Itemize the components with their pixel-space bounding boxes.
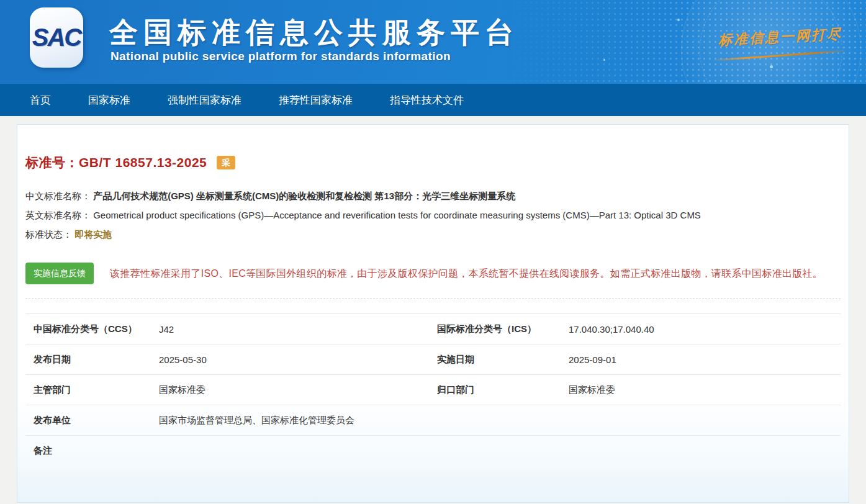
standard-number-row: 标准号： GB/T 16857.13-2025 采	[25, 125, 841, 171]
copyright-notice: 实施信息反馈 该推荐性标准采用了ISO、IEC等国际国外组织的标准，由于涉及版权…	[25, 263, 841, 285]
nav-item-recommended-standards[interactable]: 推荐性国家标准	[279, 93, 353, 107]
standard-number-label: 标准号：	[25, 154, 79, 171]
table-row: 主管部门 国家标准委 归口部门 国家标准委	[25, 374, 841, 405]
chinese-name-row: 中文标准名称： 产品几何技术规范(GPS) 坐标测量系统(CMS)的验收检测和复…	[25, 186, 841, 205]
chinese-name-label: 中文标准名称：	[25, 191, 91, 201]
centralized-dept-value: 国家标准委	[569, 384, 841, 396]
ccs-label: 中国标准分类号（CCS）	[25, 323, 159, 335]
publish-date-value: 2025-05-30	[159, 354, 429, 365]
adopted-badge: 采	[217, 156, 235, 169]
standard-detail-panel: 标准号： GB/T 16857.13-2025 采 中文标准名称： 产品几何技术…	[17, 124, 849, 503]
site-subtitle: National public service platform for sta…	[111, 50, 451, 63]
table-row: 发布单位 国家市场监督管理总局、国家标准化管理委员会	[25, 405, 841, 435]
status-label: 标准状态：	[25, 229, 72, 240]
main-nav: 首页 国家标准 强制性国家标准 推荐性国家标准 指导性技术文件	[0, 84, 866, 116]
nav-item-home[interactable]: 首页	[30, 93, 51, 107]
sparkle-dot	[677, 19, 680, 21]
nav-item-guiding-documents[interactable]: 指导性技术文件	[390, 93, 464, 107]
ccs-value: J42	[159, 324, 429, 335]
sac-logo-text: SAC	[32, 24, 81, 52]
site-title: 全国标准信息公共服务平台	[109, 14, 519, 52]
implement-date-value: 2025-09-01	[569, 354, 841, 365]
implement-date-label: 实施日期	[429, 354, 569, 366]
standard-detail-table: 中国标准分类号（CCS） J42 国际标准分类号（ICS） 17.040.30;…	[25, 313, 841, 466]
sparkle-dot	[603, 59, 605, 61]
status-row: 标准状态： 即将实施	[25, 225, 841, 244]
competent-dept-label: 主管部门	[25, 384, 159, 396]
competent-dept-value: 国家标准委	[159, 384, 429, 396]
ics-label: 国际标准分类号（ICS）	[429, 323, 569, 335]
ics-value: 17.040.30;17.040.40	[569, 324, 841, 335]
status-badge: 即将实施	[74, 229, 112, 240]
publish-org-label: 发布单位	[25, 415, 159, 426]
chinese-name-value: 产品几何技术规范(GPS) 坐标测量系统(CMS)的验收检测和复检检测 第13部…	[93, 191, 515, 201]
dashed-divider	[25, 299, 841, 299]
publish-org-value: 国家市场监督管理总局、国家标准化管理委员会	[159, 415, 841, 426]
site-header: SAC 全国标准信息公共服务平台 National public service…	[0, 0, 866, 84]
standard-number: GB/T 16857.13-2025	[79, 155, 207, 170]
standard-names: 中文标准名称： 产品几何技术规范(GPS) 坐标测量系统(CMS)的验收检测和复…	[25, 186, 841, 244]
implementation-feedback-button[interactable]: 实施信息反馈	[25, 263, 94, 284]
table-row: 中国标准分类号（CCS） J42 国际标准分类号（ICS） 17.040.30;…	[25, 313, 841, 344]
copyright-notice-text: 该推荐性标准采用了ISO、IEC等国际国外组织的标准，由于涉及版权保护问题，本系…	[110, 268, 823, 279]
nav-item-national-standards[interactable]: 国家标准	[88, 93, 130, 107]
table-row: 发布日期 2025-05-30 实施日期 2025-09-01	[25, 344, 841, 374]
sac-logo[interactable]: SAC	[30, 7, 83, 68]
english-name-label: 英文标准名称：	[25, 210, 91, 220]
remarks-label: 备注	[25, 445, 159, 457]
nav-item-mandatory-standards[interactable]: 强制性国家标准	[168, 93, 241, 107]
table-row: 备注	[25, 435, 841, 466]
sparkle-dot	[770, 65, 773, 68]
centralized-dept-label: 归口部门	[429, 384, 569, 396]
english-name-value: Geometrical product specifications (GPS)…	[93, 210, 701, 220]
publish-date-label: 发布日期	[25, 354, 159, 366]
english-name-row: 英文标准名称： Geometrical product specificatio…	[25, 205, 841, 225]
